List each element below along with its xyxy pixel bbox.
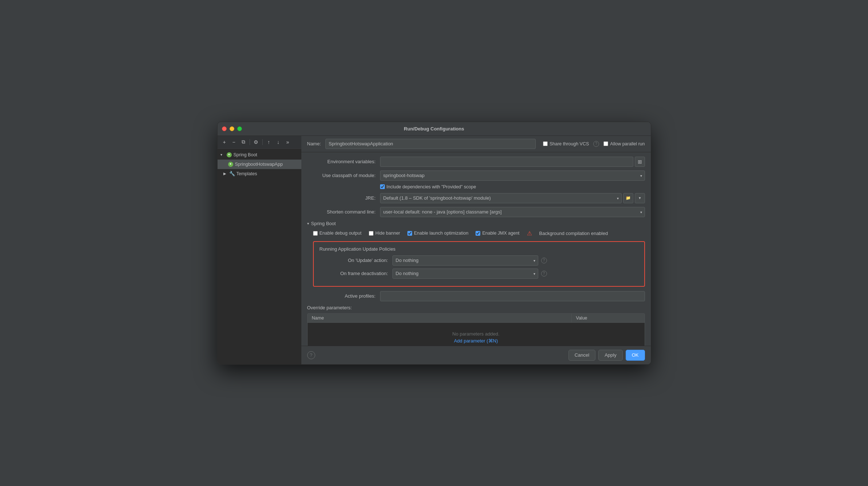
title-bar: Run/Debug Configurations (218, 122, 651, 136)
allow-parallel-label[interactable]: Allow parallel run (603, 141, 645, 146)
cancel-button[interactable]: Cancel (568, 350, 595, 361)
on-update-select-wrapper: Do nothing Update classes and resources … (392, 255, 538, 266)
override-params-section: Override parameters: Name Value No param… (307, 305, 645, 346)
on-frame-help-icon[interactable]: ? (541, 271, 547, 277)
more-options-button[interactable]: » (284, 138, 292, 146)
classpath-row: Use classpath of module: springboot-hots… (307, 171, 645, 181)
templates-icon: 🔧 (229, 171, 235, 177)
window-controls (222, 126, 242, 131)
enable-jmx-label[interactable]: Enable JMX agent (476, 231, 519, 236)
on-update-row: On 'Update' action: Do nothing Update cl… (320, 255, 638, 266)
on-update-select[interactable]: Do nothing Update classes and resources … (392, 255, 538, 266)
close-button[interactable] (222, 126, 227, 131)
shorten-cmd-select[interactable]: user-local default: none - java [options… (380, 207, 645, 217)
include-deps-checkbox[interactable] (380, 184, 385, 189)
name-field-label: Name: (307, 141, 321, 146)
on-frame-select-wrapper: Do nothing Update classes and resources … (392, 269, 538, 279)
add-config-button[interactable]: + (220, 138, 228, 146)
remove-config-button[interactable]: − (230, 138, 238, 146)
bg-compilation-error-icon: ⚠ (527, 230, 532, 237)
maximize-button[interactable] (237, 126, 242, 131)
sidebar-item-spring-app[interactable]: ✦ SpringbootHotswapApp (218, 160, 301, 169)
toolbar-separator-2 (262, 139, 263, 145)
jre-select[interactable]: Default (1.8 – SDK of 'springboot-hotswa… (380, 193, 622, 203)
run-debug-configurations-dialog: Run/Debug Configurations + − ⧉ ⚙ (217, 122, 651, 365)
no-params-text: No parameters added. (452, 331, 499, 337)
copy-config-button[interactable]: ⧉ (239, 138, 247, 146)
override-params-label: Override parameters: (307, 305, 645, 310)
on-update-label: On 'Update' action: (320, 258, 392, 263)
dialog-footer: ? Cancel Apply OK (301, 346, 651, 364)
jre-select-wrapper: Default (1.8 – SDK of 'springboot-hotswa… (380, 193, 622, 203)
spring-app-icon: ✦ (228, 161, 234, 167)
config-tree: ▾ ✦ Spring Boot ✦ SpringbootHotswapApp ▶ (218, 149, 301, 364)
settings-button[interactable]: ⚙ (252, 138, 260, 146)
bg-compilation-label: Background compilation enabled (539, 231, 608, 236)
hide-banner-checkbox[interactable] (369, 231, 374, 236)
env-vars-input[interactable] (380, 157, 633, 167)
sidebar-item-spring-boot[interactable]: ▾ ✦ Spring Boot (218, 150, 301, 160)
sidebar-toolbar: + − ⧉ ⚙ ↑ ↓ » (218, 136, 301, 149)
share-vcs-label[interactable]: Share through VCS (543, 141, 589, 146)
env-vars-label: Environment variables: (307, 159, 380, 164)
classpath-control: springboot-hotswap ▾ (380, 171, 645, 181)
active-profiles-row: Active profiles: (307, 291, 645, 301)
enable-jmx-checkbox[interactable] (476, 231, 480, 236)
name-input[interactable] (325, 139, 536, 149)
spring-boot-icon: ✦ (226, 152, 232, 158)
jre-browse-button[interactable]: 📁 (623, 193, 633, 203)
active-profiles-input[interactable] (380, 291, 645, 301)
spring-boot-section-header: ▾ Spring Boot (307, 221, 645, 226)
hide-banner-label[interactable]: Hide banner (369, 231, 400, 236)
footer-help-icon[interactable]: ? (307, 351, 315, 359)
on-update-help-icon[interactable]: ? (541, 258, 547, 263)
classpath-select-wrapper: springboot-hotswap ▾ (380, 171, 645, 181)
jre-label: JRE: (307, 195, 380, 201)
policies-box: Running Application Update Policies On '… (313, 241, 645, 287)
config-header: Name: Share through VCS ? Allow parallel… (301, 136, 651, 152)
params-table-body: No parameters added. Add parameter (⌘N) (308, 323, 645, 346)
jre-input-wrapper: Default (1.8 – SDK of 'springboot-hotswa… (380, 193, 645, 203)
on-frame-select[interactable]: Do nothing Update classes and resources … (392, 269, 538, 279)
policies-title: Running Application Update Policies (320, 246, 638, 252)
shorten-cmd-row: Shorten command line: user-local default… (307, 207, 645, 217)
env-vars-row: Environment variables: ⊞ (307, 157, 645, 167)
classpath-select[interactable]: springboot-hotswap (380, 171, 645, 181)
add-param-link[interactable]: Add parameter (⌘N) (454, 338, 498, 344)
enable-launch-opt-checkbox[interactable] (407, 231, 412, 236)
spring-boot-section-toggle[interactable]: ▾ (307, 222, 309, 226)
move-up-button[interactable]: ↑ (265, 138, 273, 146)
allow-parallel-checkbox[interactable] (603, 141, 608, 146)
tree-arrow-spring-boot: ▾ (220, 153, 225, 157)
sidebar-item-templates[interactable]: ▶ 🔧 Templates (218, 169, 301, 179)
active-profiles-control (380, 291, 645, 301)
enable-launch-opt-label[interactable]: Enable launch optimization (407, 231, 468, 236)
footer-left: ? (307, 351, 315, 359)
env-vars-control: ⊞ (380, 157, 645, 167)
move-down-button[interactable]: ↓ (274, 138, 282, 146)
toolbar-separator-1 (250, 139, 250, 145)
right-panel: Name: Share through VCS ? Allow parallel… (301, 136, 651, 364)
footer-right: Cancel Apply OK (568, 350, 645, 361)
spring-boot-checkboxes: Enable debug output Hide banner Enable l… (307, 230, 645, 237)
minimize-button[interactable] (230, 126, 234, 131)
ok-button[interactable]: OK (626, 350, 645, 361)
enable-debug-checkbox[interactable] (313, 231, 318, 236)
classpath-label: Use classpath of module: (307, 173, 380, 178)
share-vcs-help-icon[interactable]: ? (593, 141, 599, 147)
spring-boot-section-title: Spring Boot (311, 221, 336, 226)
shorten-cmd-control: user-local default: none - java [options… (380, 207, 645, 217)
jre-control: Default (1.8 – SDK of 'springboot-hotswa… (380, 193, 645, 203)
env-vars-input-wrapper: ⊞ (380, 157, 645, 167)
enable-debug-label[interactable]: Enable debug output (313, 231, 361, 236)
params-col-value: Value (572, 314, 645, 322)
include-deps-label[interactable]: Include dependencies with "Provided" sco… (380, 184, 476, 189)
share-vcs-checkbox[interactable] (543, 141, 548, 146)
sidebar-templates-label: Templates (236, 171, 257, 176)
on-frame-label: On frame deactivation: (320, 271, 392, 276)
apply-button[interactable]: Apply (598, 350, 623, 361)
params-col-name: Name (308, 314, 572, 322)
env-vars-browse-button[interactable]: ⊞ (635, 157, 645, 167)
jre-expand-button[interactable]: ▾ (635, 193, 645, 203)
shorten-cmd-label: Shorten command line: (307, 209, 380, 215)
